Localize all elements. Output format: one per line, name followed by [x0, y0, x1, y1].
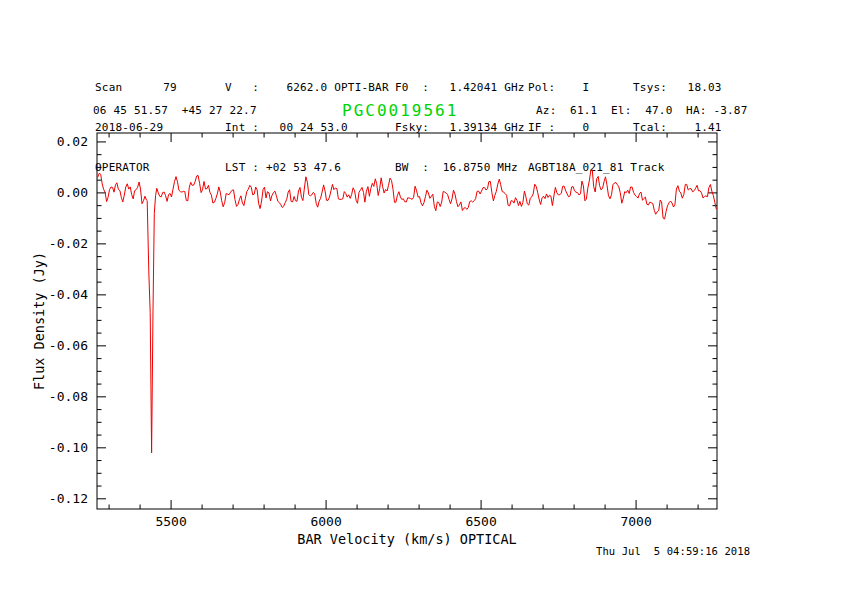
x-axis-title: BAR Velocity (km/s) OPTICAL: [297, 531, 516, 547]
plot-box: [97, 133, 717, 509]
y-tick-label: -0.06: [49, 338, 88, 353]
y-tick-label: -0.10: [49, 440, 88, 455]
y-tick-label: 0.02: [57, 134, 88, 149]
x-tick-label: 6500: [465, 514, 496, 529]
y-axis-title: Flux Density (Jy): [31, 252, 47, 390]
y-tick-label: -0.04: [49, 287, 88, 302]
y-tick-label: 0.00: [57, 185, 88, 200]
x-tick-label: 5500: [155, 514, 186, 529]
x-tick-label: 6000: [310, 514, 341, 529]
plot-timestamp: Thu Jul 5 04:59:16 2018: [596, 545, 750, 557]
spectrum-plot: 55006000650070000.020.00-0.02-0.04-0.06-…: [0, 0, 842, 595]
x-tick-label: 7000: [620, 514, 651, 529]
y-tick-label: -0.02: [49, 236, 88, 251]
y-tick-label: -0.08: [49, 389, 88, 404]
gbtidl-plotter-window: Scan 79 2018-06-29 OPERATOR V : 6262.0 O…: [0, 0, 842, 595]
spectrum-line: [98, 170, 717, 453]
y-tick-label: -0.12: [49, 491, 88, 506]
